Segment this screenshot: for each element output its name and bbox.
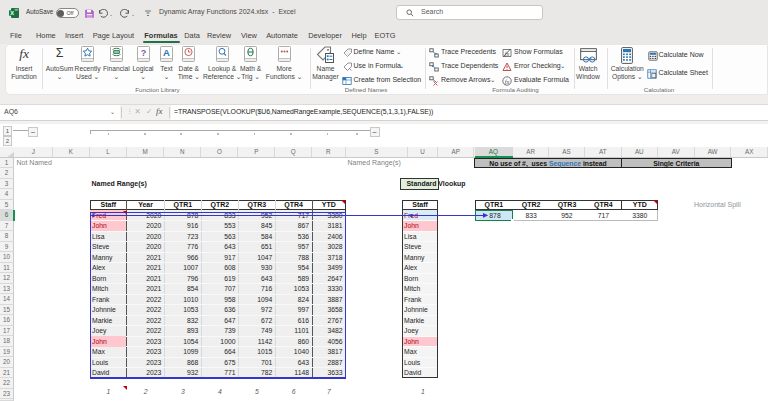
svg-text:A: A (163, 47, 170, 58)
svg-text:fx: fx (505, 77, 510, 84)
svg-text:?: ? (140, 48, 146, 58)
svg-text:X: X (10, 10, 14, 16)
